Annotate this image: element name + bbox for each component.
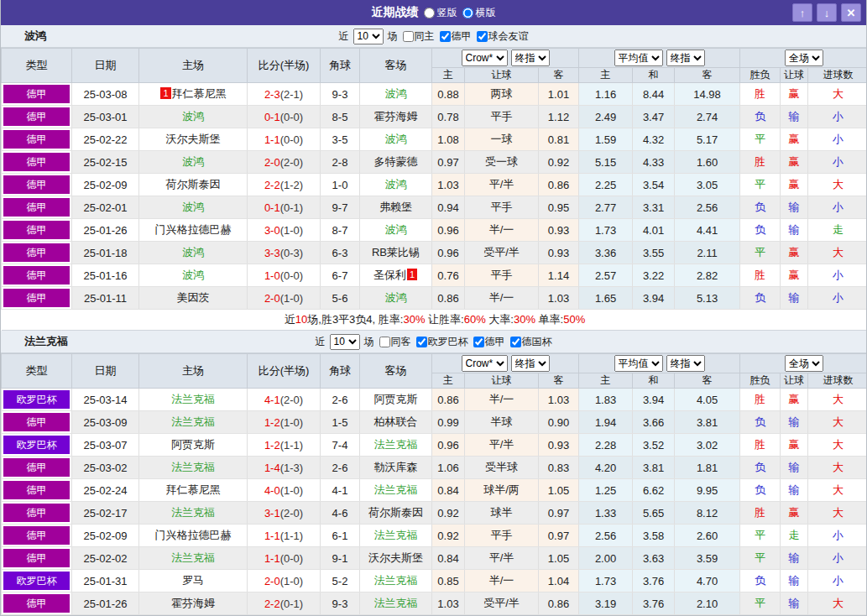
away-team-name[interactable]: 荷尔斯泰因: [368, 506, 423, 519]
home-team-name[interactable]: 拜仁慕尼黑: [166, 483, 221, 496]
same-venue-filter[interactable]: 同主: [400, 29, 435, 44]
home-team: 阿贾克斯: [139, 434, 248, 457]
avg-draw: 3.58: [633, 525, 675, 547]
col-avg-away: 客: [675, 373, 740, 389]
match-row: 德甲25-02-24拜仁慕尼黑4-0(1-0)4-1法兰克福0.84球半/两1.…: [2, 479, 867, 502]
league-checkbox[interactable]: [473, 337, 484, 347]
home-team-name[interactable]: 法兰克福: [171, 551, 215, 564]
section-header-frankfurt: 法兰克福 近 10 场 同客 欧罗巴杯 德甲 德国杯: [1, 331, 866, 353]
recent-count-select[interactable]: 10: [330, 334, 360, 350]
away-team-name[interactable]: 法兰克福: [374, 438, 418, 451]
summary-text: 场,胜3平3负4, 胜率:: [307, 313, 403, 326]
close-button[interactable]: ✕: [841, 3, 861, 22]
away-team-name[interactable]: 霍芬海姆: [374, 110, 418, 123]
league-checkbox[interactable]: [416, 337, 427, 347]
league-checkbox[interactable]: [510, 337, 521, 347]
league-filter[interactable]: 德国杯: [507, 335, 552, 349]
odds-home: 0.88: [432, 83, 465, 106]
horizontal-radio[interactable]: [462, 8, 473, 18]
match-score: 1-1(0-0): [248, 128, 321, 151]
home-team-name[interactable]: 法兰克福: [171, 506, 215, 519]
away-team-name[interactable]: 法兰克福: [374, 574, 418, 587]
away-team: 法兰克福: [360, 593, 432, 615]
home-team-name[interactable]: 美因茨: [177, 291, 210, 304]
away-team-name[interactable]: 波鸿: [385, 178, 407, 191]
avg-period-select[interactable]: 终指: [666, 355, 705, 372]
home-team-name[interactable]: 法兰克福: [171, 415, 215, 428]
scroll-up-button[interactable]: ↑: [792, 3, 812, 22]
odds-company-select[interactable]: Crow*: [462, 355, 508, 372]
home-team-name[interactable]: 法兰克福: [171, 393, 215, 405]
away-team-name[interactable]: 波鸿: [385, 87, 407, 100]
avg-period-select[interactable]: 终指: [666, 50, 705, 66]
home-team-name[interactable]: 门兴格拉德巴赫: [155, 529, 232, 541]
league-filter[interactable]: 德甲: [470, 335, 505, 349]
away-team-name[interactable]: 柏林联合: [374, 415, 418, 428]
home-team-name[interactable]: 阿贾克斯: [171, 438, 215, 451]
home-team-name[interactable]: 法兰克福: [171, 461, 215, 473]
match-date: 25-02-09: [72, 525, 139, 547]
away-team-name[interactable]: 法兰克福: [374, 597, 418, 609]
match-row: 德甲25-02-22沃尔夫斯堡1-1(0-0)3-5波鸿1.08一球0.811.…: [2, 128, 867, 151]
home-team-name[interactable]: 波鸿: [182, 201, 204, 213]
away-team-name[interactable]: 多特蒙德: [374, 155, 418, 168]
result-scope-select[interactable]: 全场: [785, 355, 823, 372]
match-score: 2-3(2-1): [248, 83, 321, 106]
home-team-name[interactable]: 霍芬海姆: [171, 597, 215, 609]
away-team-name[interactable]: 弗赖堡: [379, 201, 412, 213]
home-team-name[interactable]: 荷尔斯泰因: [166, 178, 221, 191]
match-row: 德甲25-03-02法兰克福1-4(1-3)2-6勒沃库森1.06受半球0.83…: [2, 457, 867, 479]
avg-type-select[interactable]: 平均值: [614, 355, 663, 372]
home-team-name[interactable]: 沃尔夫斯堡: [166, 133, 221, 145]
away-team: 沃尔夫斯堡: [360, 547, 432, 570]
home-team: 波鸿: [139, 264, 248, 287]
home-team-name[interactable]: 波鸿: [182, 246, 204, 258]
league-checkbox[interactable]: [440, 31, 451, 42]
home-team-name[interactable]: 罗马: [182, 574, 204, 587]
match-score: 1-0(0-0): [248, 264, 321, 287]
away-team-name[interactable]: 阿贾克斯: [374, 393, 418, 405]
away-team-name[interactable]: RB莱比锡: [372, 246, 420, 258]
odds-company-select[interactable]: Crow*: [462, 50, 508, 66]
away-team-name[interactable]: 勒沃库森: [374, 461, 418, 473]
home-team-name[interactable]: 门兴格拉德巴赫: [155, 223, 232, 236]
away-team-name[interactable]: 波鸿: [385, 223, 407, 236]
avg-group-header: 平均值终指: [579, 49, 740, 68]
avg-home: 2.56: [579, 525, 633, 547]
home-team-name[interactable]: 波鸿: [182, 155, 204, 168]
col-home: 主场: [139, 354, 248, 389]
away-team-name[interactable]: 圣保利: [373, 269, 406, 281]
summary-text: 50%: [563, 313, 585, 326]
match-date: 25-02-22: [72, 128, 139, 151]
away-team-name[interactable]: 波鸿: [385, 133, 407, 145]
vertical-radio[interactable]: [424, 8, 435, 18]
avg-type-select[interactable]: 平均值: [614, 50, 663, 66]
avg-draw: 3.47: [633, 106, 675, 128]
away-team-name[interactable]: 法兰克福: [374, 529, 418, 541]
match-score: 1-2(1-0): [248, 411, 321, 434]
result-scope-select[interactable]: 全场: [785, 50, 823, 66]
layout-radio-horizontal[interactable]: 横版: [462, 6, 496, 20]
league-filter[interactable]: 德甲: [436, 29, 472, 44]
odds-period-select[interactable]: 终指: [511, 355, 550, 372]
home-team-name[interactable]: 波鸿: [182, 110, 204, 123]
league-filter[interactable]: 球会友谊: [473, 29, 529, 44]
avg-draw: 3.66: [633, 411, 675, 434]
same-venue-checkbox[interactable]: [379, 337, 390, 347]
away-team-name[interactable]: 波鸿: [385, 291, 407, 304]
league-checkbox[interactable]: [477, 31, 488, 42]
league-filter[interactable]: 欧罗巴杯: [413, 335, 468, 349]
recent-count-select[interactable]: 10: [353, 29, 384, 44]
away-team-name[interactable]: 沃尔夫斯堡: [368, 551, 423, 564]
layout-radio-vertical[interactable]: 竖版: [424, 6, 457, 20]
away-team: 法兰克福: [360, 525, 432, 547]
same-venue-filter[interactable]: 同客: [376, 335, 411, 349]
away-team-name[interactable]: 法兰克福: [374, 483, 418, 496]
home-team: 罗马: [139, 570, 248, 593]
scroll-down-button[interactable]: ↓: [817, 3, 837, 22]
home-team-name[interactable]: 波鸿: [182, 269, 204, 281]
corner-score: 1-5: [321, 411, 360, 434]
odds-period-select[interactable]: 终指: [511, 50, 550, 66]
home-team-name[interactable]: 拜仁慕尼黑: [172, 87, 227, 100]
same-venue-checkbox[interactable]: [403, 31, 414, 42]
